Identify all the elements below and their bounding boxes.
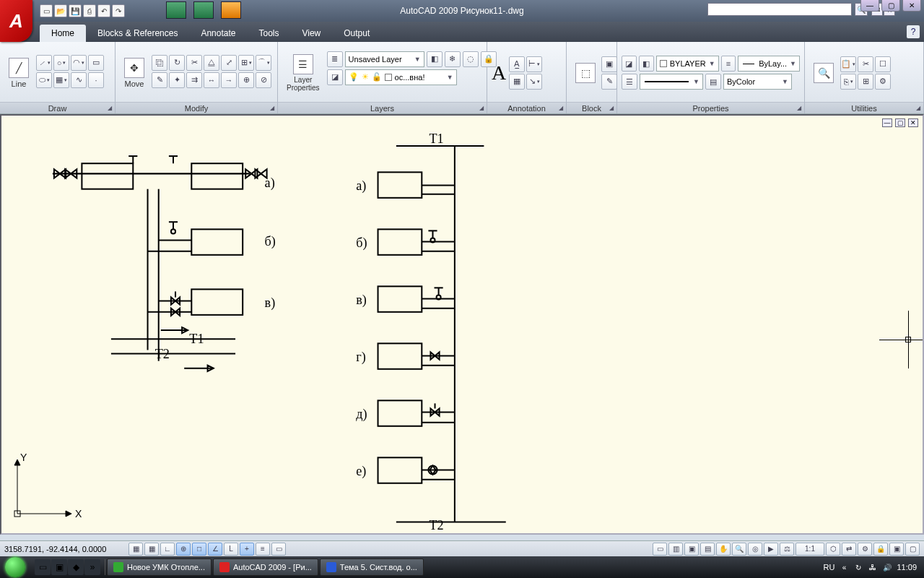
table-icon[interactable]: ▦ [509,74,525,90]
qat-undo-icon[interactable]: ↶ [97,4,110,17]
hatch-icon[interactable]: ▦ [53,72,69,88]
erase-icon[interactable]: ✎ [152,72,167,88]
ducs-toggle[interactable]: L [224,543,238,556]
create-block-icon[interactable]: ▣ [601,56,617,72]
thumb-1[interactable] [166,1,186,19]
ws-switch-icon[interactable]: ⚙ [858,543,872,556]
qp-toggle[interactable]: ▭ [271,543,286,556]
fillet-icon[interactable]: ⌒ [256,55,271,71]
thumb-3[interactable] [221,1,241,19]
arc-icon[interactable]: ◠ [71,55,87,71]
plotstyle-combo[interactable]: ByColor▼ [723,74,792,90]
drawing-viewport[interactable]: — ▢ ✕ а) [0,114,924,535]
join-icon[interactable]: ⊕ [238,72,254,88]
linetype-icon[interactable]: ≡ [721,56,736,72]
measure-button[interactable]: 🔍 [809,60,838,86]
layer-combo[interactable]: 💡☀🔓 ос...вна!▼ [345,69,457,85]
mtext-icon[interactable]: A̲ [509,56,525,72]
layer-properties-button[interactable]: ☰ Layer Properties [282,51,324,95]
rect-icon[interactable]: ▭ [88,55,104,71]
tab-annotate[interactable]: Annotate [189,25,247,42]
tray-expand-icon[interactable]: « [839,562,849,572]
extend-icon[interactable]: → [221,72,237,88]
explode-icon[interactable]: ✦ [169,72,185,88]
app-menu-logo[interactable]: A [0,0,32,42]
model-toggle[interactable]: ▭ [653,543,667,556]
color-combo[interactable]: BYLAYER▼ [656,56,719,72]
paste-icon[interactable]: 📋 [840,56,856,72]
insert-block-button[interactable]: ⬚ [571,60,600,86]
osnap-toggle[interactable]: □ [192,543,206,556]
mirror-icon[interactable]: ⧋ [204,55,219,71]
match-props-icon[interactable]: ◪ [622,56,637,72]
taskbar-item-3[interactable]: Тема 5. Сист.вод. о... [320,558,424,576]
tray-net-icon[interactable]: 🖧 [868,562,878,572]
point-icon[interactable]: · [88,72,104,88]
layer-iso-icon[interactable]: ◧ [427,51,443,67]
copy-clip-icon[interactable]: ⎘ [840,74,856,90]
qat-save-icon[interactable]: 💾 [69,4,82,17]
spline-icon[interactable]: ∿ [71,72,87,88]
ql-app-icon[interactable]: ◆ [68,559,84,575]
quickview-icon[interactable]: ▣ [684,543,699,556]
stretch-icon[interactable]: ↔ [204,72,219,88]
tab-home[interactable]: Home [40,25,86,42]
polyline-icon[interactable]: ⟋ [36,55,52,71]
lwt-toggle[interactable]: ≡ [256,543,270,556]
qat-redo-icon[interactable]: ↷ [112,4,125,17]
ellipse-icon[interactable]: ⬭ [36,72,52,88]
start-button[interactable] [1,556,29,578]
trim-icon[interactable]: ✂ [186,55,202,71]
calc-icon[interactable]: ⊞ [858,74,873,90]
maximize-button[interactable]: ▢ [881,0,900,12]
layer-off-icon[interactable]: ◌ [463,51,479,67]
minimize-button[interactable]: — [860,0,879,12]
infocenter-search[interactable] [707,3,852,16]
qat-open-icon[interactable]: 📂 [54,4,67,17]
select-color-icon[interactable]: ◧ [639,56,654,72]
tab-view[interactable]: View [290,25,332,42]
close-button[interactable]: ✕ [902,0,921,12]
cut-icon[interactable]: ✂ [858,56,873,72]
break-icon[interactable]: ⊘ [256,72,271,88]
otrack-toggle[interactable]: ∠ [208,543,222,556]
edit-block-icon[interactable]: ✎ [601,74,617,90]
layer-state-icon[interactable]: ≣ [327,51,343,67]
tab-output[interactable]: Output [332,25,381,42]
clean-screen-icon[interactable]: ▢ [905,543,920,556]
dyn-toggle[interactable]: + [240,543,254,556]
quick-select-icon[interactable]: ⚙ [875,74,891,90]
tray-vol-icon[interactable]: 🔊 [882,562,892,572]
list-icon[interactable]: ☰ [622,74,637,90]
ql-expand-icon[interactable]: » [84,559,100,575]
line-button[interactable]: ╱ Line [4,55,33,91]
circle-icon[interactable]: ○ [53,55,69,71]
linetype-combo[interactable]: ByLay...▼ [738,56,800,72]
polar-toggle[interactable]: ⊕ [176,543,191,556]
show-desktop-icon[interactable]: ▭ [35,559,51,575]
array-icon[interactable]: ⊞ [238,55,254,71]
showmotion-icon[interactable]: ▶ [764,543,778,556]
switch-windows-icon[interactable]: ▣ [51,559,67,575]
quickview2-icon[interactable]: ▤ [700,543,715,556]
lang-indicator[interactable]: RU [824,563,835,571]
thumb-2[interactable] [193,1,214,19]
annovis-icon[interactable]: ⬡ [826,543,840,556]
ortho-toggle[interactable]: ∟ [160,543,175,556]
taskbar-item-1[interactable]: Новое УМК Отопле... [107,558,212,576]
layer-state-combo[interactable]: Unsaved Layer▼ [345,51,424,67]
offset-icon[interactable]: ⇉ [186,72,202,88]
layout-nav-icon[interactable]: ▥ [668,543,683,556]
dimension-icon[interactable]: ⊢ [526,56,542,72]
layer-match-icon[interactable]: ◪ [327,69,343,85]
taskbar-item-2[interactable]: AutoCAD 2009 - [Ри... [213,558,318,576]
tray-sync-icon[interactable]: ↻ [853,562,863,572]
toolbar-lock-icon[interactable]: 🔒 [873,543,888,556]
move-button[interactable]: ✥ Move [120,55,149,91]
zoom-icon[interactable]: 🔍 [732,543,746,556]
layer-freeze-icon[interactable]: ❄ [445,51,461,67]
scale-readout[interactable]: 1:1 [796,543,824,556]
wheel-icon[interactable]: ◎ [748,543,762,556]
snap-toggle[interactable]: ▦ [128,543,143,556]
text-big-icon[interactable]: A [492,61,506,85]
